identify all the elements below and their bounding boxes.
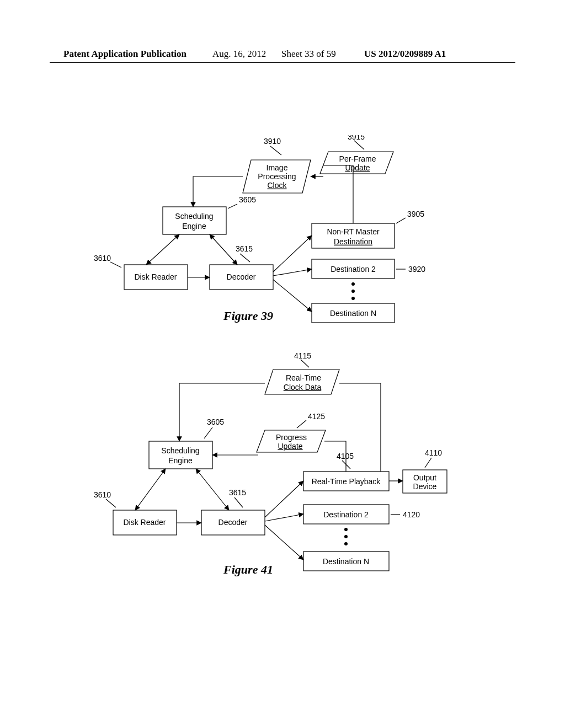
disk-reader-41: Disk Reader — [113, 510, 177, 535]
ref-3610: 3610 — [94, 254, 111, 263]
ref-3905: 3905 — [407, 210, 424, 218]
ref-3915: 3915 — [348, 135, 365, 141]
ref-3920: 3920 — [408, 265, 425, 274]
disk-reader-41-label: Disk Reader — [123, 518, 166, 527]
output-device: Output Device — [403, 470, 447, 493]
rt-clock-l2: Clock Data — [284, 383, 322, 392]
svg-line-9 — [240, 254, 250, 262]
ref-4120: 4120 — [403, 510, 420, 519]
disk-reader: Disk Reader — [124, 265, 188, 290]
ref-3605-41: 3605 — [207, 417, 224, 426]
svg-line-11 — [396, 218, 406, 223]
svg-line-27 — [234, 497, 243, 507]
scheduling-engine-l1: Scheduling — [175, 212, 213, 221]
header-rule — [50, 62, 515, 63]
destination-n-f39: Destination N — [312, 303, 395, 323]
non-rt-master-l2: Destination — [334, 237, 372, 246]
figure-39-caption: Figure 39 — [223, 309, 273, 323]
destination-2-label-f39: Destination 2 — [331, 265, 376, 274]
scheduling-engine-l2: Engine — [182, 222, 206, 231]
ref-4115: 4115 — [294, 353, 311, 360]
svg-line-7 — [110, 262, 121, 267]
real-time-playback-label: Real-Time Playback — [312, 477, 381, 486]
scheduling-engine-41: Scheduling Engine — [149, 441, 212, 469]
ref-3910: 3910 — [264, 137, 281, 146]
header-code: US 2012/0209889 A1 — [364, 49, 446, 60]
output-device-l1: Output — [413, 473, 436, 482]
svg-line-21 — [297, 420, 306, 428]
svg-line-23 — [204, 427, 212, 438]
svg-line-31 — [425, 458, 431, 468]
svg-point-36 — [344, 542, 348, 545]
decoder-41-label: Decoder — [218, 518, 248, 527]
header-sheet: Sheet 33 of 59 — [281, 49, 336, 60]
figure-41: Real-Time Clock Data 4115 Progress Updat… — [94, 353, 519, 585]
scheduling-engine-41-l1: Scheduling — [161, 446, 199, 455]
progress-l1: Progress — [276, 433, 307, 442]
svg-point-34 — [344, 528, 348, 531]
progress-l2: Update — [278, 442, 302, 451]
ref-4125: 4125 — [308, 412, 325, 421]
svg-line-1 — [270, 146, 281, 155]
output-device-l2: Device — [413, 482, 437, 491]
svg-line-5 — [228, 204, 237, 208]
svg-point-14 — [351, 282, 355, 286]
per-frame-update-l1: Per-Frame — [339, 154, 376, 163]
svg-point-35 — [344, 535, 348, 538]
real-time-clock-data: Real-Time Clock Data — [265, 370, 339, 394]
ref-3605: 3605 — [239, 195, 256, 204]
ref-4110: 4110 — [425, 448, 442, 457]
ref-3615: 3615 — [236, 244, 253, 253]
image-processing-clock-l2: Processing — [258, 172, 296, 181]
svg-line-19 — [301, 360, 309, 367]
per-frame-update-l2: Update — [345, 163, 370, 172]
disk-reader-label: Disk Reader — [134, 272, 177, 281]
non-rt-master-l1: Non-RT Master — [327, 227, 380, 236]
header-date: Aug. 16, 2012 — [212, 49, 266, 60]
scheduling-engine-41-l2: Engine — [168, 456, 193, 465]
image-processing-clock-l3: Clock — [267, 181, 287, 190]
destination-n-label-f39: Destination N — [330, 309, 376, 318]
ref-4105: 4105 — [337, 452, 354, 461]
scheduling-engine: Scheduling Engine — [163, 207, 226, 234]
decoder-41: Decoder — [201, 510, 265, 535]
figure-41-caption: Figure 41 — [223, 563, 273, 576]
destination-n-f41: Destination N — [303, 552, 389, 571]
decoder: Decoder — [210, 265, 273, 290]
figure-39: Image Processing Clock 3910 Per-Frame Up… — [94, 135, 519, 334]
destination-2-f41-label: Destination 2 — [323, 510, 369, 519]
ref-3610-41: 3610 — [94, 490, 111, 499]
header-publication: Patent Application Publication — [63, 49, 186, 60]
decoder-label: Decoder — [227, 272, 256, 281]
real-time-playback: Real-Time Playback — [303, 472, 389, 491]
progress-update: Progress Update — [257, 430, 326, 452]
svg-line-25 — [106, 499, 116, 507]
destination-n-f41-label: Destination N — [323, 557, 369, 566]
per-frame-update: Per-Frame Update — [320, 152, 393, 174]
image-processing-clock: Image Processing Clock — [243, 160, 311, 193]
svg-point-16 — [351, 297, 355, 300]
image-processing-clock-l1: Image — [266, 163, 288, 172]
destination-2-f39: Destination 2 — [312, 259, 395, 279]
ref-3615-41: 3615 — [229, 488, 246, 497]
svg-point-15 — [351, 290, 355, 293]
destination-2-f41: Destination 2 — [303, 505, 389, 524]
non-rt-master-destination: Non-RT Master Destination — [312, 223, 395, 248]
svg-line-3 — [354, 141, 364, 149]
rt-clock-l1: Real-Time — [286, 373, 321, 382]
